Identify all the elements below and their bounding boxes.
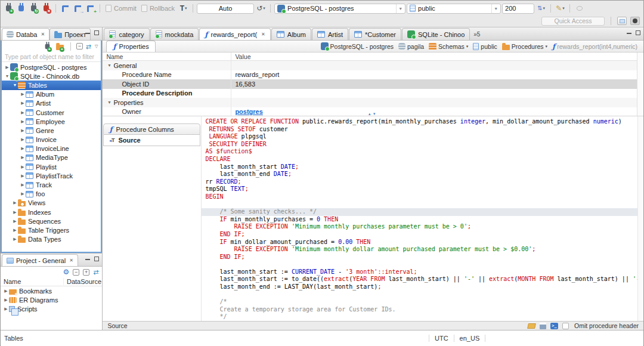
tree-item-employee[interactable]: ▶Employee (2, 117, 101, 126)
property-row-general[interactable]: ▼General (103, 61, 643, 70)
collapse-all-icon[interactable]: − (73, 269, 79, 276)
tab-procedure-columns[interactable]: ƒ Procedure Columns (103, 123, 200, 135)
tree-item-foo[interactable]: ▶foo (2, 190, 101, 199)
collapse-all-icon[interactable]: − (76, 43, 83, 50)
chevron-right-icon[interactable]: ▶ (12, 200, 18, 205)
disconnect-icon[interactable]: ✕ (41, 3, 52, 14)
chevron-right-icon[interactable]: ▶ (20, 110, 26, 115)
commit-button[interactable]: Commit (104, 5, 138, 12)
column-header-name[interactable]: Name (1, 278, 64, 285)
chevron-right-icon[interactable]: ▶ (20, 119, 26, 124)
tree-item-artist[interactable]: ▶Artist (2, 99, 101, 108)
chevron-down-icon[interactable]: ▾ (546, 44, 548, 49)
nav-new-folder-icon[interactable]: + (55, 41, 65, 52)
grid-header-value[interactable]: Value (231, 53, 250, 60)
close-icon[interactable]: ✕ (41, 32, 45, 37)
maximize-icon[interactable] (94, 30, 99, 35)
connection-select[interactable]: PostgreSQL - postgres▼ (274, 4, 405, 14)
tree-item-sqlite-chinook-db[interactable]: ▼SQLite - Chinook.db (2, 72, 101, 81)
open-perspective-icon[interactable] (617, 17, 627, 25)
editor-tab-rewards-report[interactable]: ƒrewards_report(✕ (199, 28, 271, 40)
save-to-file-icon[interactable] (540, 323, 546, 329)
minimize-icon[interactable] (627, 32, 631, 34)
maximize-icon[interactable] (636, 30, 640, 35)
tree-item-sequences[interactable]: ▶Sequences (2, 217, 101, 225)
status-timezone[interactable]: UTC (429, 335, 454, 342)
close-icon[interactable]: ✕ (69, 258, 73, 263)
chevron-right-icon[interactable]: ▶ (3, 307, 9, 311)
chevron-right-icon[interactable]: ▶ (3, 298, 9, 302)
link-with-editor-icon[interactable]: ⇄ (86, 43, 91, 50)
tree-item-mediatype[interactable]: ▶MediaType (2, 153, 101, 162)
chevron-down-icon[interactable]: ▾ (466, 44, 469, 49)
tab-source[interactable]: ◂T Source (103, 135, 200, 146)
editor-tab-artist[interactable]: Artist (312, 28, 348, 40)
transaction-log-icon[interactable]: T▾ (178, 3, 189, 14)
editor-tab-sqlite-chinoo[interactable]: SQLite - Chinoo (402, 28, 470, 40)
breadcrumb-item-rewards-report-int4-numeric[interactable]: ƒrewards_report(int4,numeric) (552, 43, 637, 50)
breadcrumb-item-public[interactable]: public (473, 43, 497, 50)
expand-all-icon[interactable]: + (83, 269, 89, 276)
property-row-procedure-description[interactable]: Procedure Description (103, 89, 643, 98)
property-row-object-id[interactable]: Object ID16,583 (103, 79, 643, 89)
maximize-icon[interactable] (94, 257, 99, 261)
nav-new-connection-icon[interactable]: + (43, 41, 52, 52)
sash-collapse-icon[interactable]: ▲▼ (368, 112, 377, 116)
fetch-size-input[interactable]: 200 (502, 4, 534, 14)
tab-project-general[interactable]: Project - General ✕ (2, 254, 78, 266)
chevron-right-icon[interactable]: ▶ (12, 210, 18, 215)
column-header-datasource[interactable]: DataSource (64, 278, 101, 285)
grid-header-name[interactable]: Name (103, 52, 231, 60)
tree-item-indexes[interactable]: ▶Indexes (2, 208, 101, 217)
breadcrumb-item-schemas[interactable]: Schemas▾ (429, 43, 468, 50)
tree-item-invoiceline[interactable]: ▶InvoiceLine (2, 144, 101, 153)
format-icon[interactable]: ✎▾ (555, 3, 566, 14)
omit-procedure-header-checkbox[interactable] (562, 323, 569, 329)
schema-select[interactable]: public▼ (407, 4, 501, 14)
tree-item-data-types[interactable]: ▶Data Types (2, 235, 101, 244)
chevron-down-icon[interactable]: ▼ (106, 100, 112, 104)
tree-item-tables[interactable]: ▼Tables (2, 81, 101, 89)
tree-item-genre[interactable]: ▶Genre (2, 126, 101, 135)
minimize-icon[interactable] (85, 32, 90, 34)
source-code-editor[interactable]: CREATE OR REPLACE FUNCTION public.reward… (201, 116, 643, 321)
tree-item-table-triggers[interactable]: ▶Table Triggers (2, 225, 101, 234)
view-menu-icon[interactable]: ▽ (95, 44, 98, 49)
chevron-right-icon[interactable]: ▶ (12, 219, 18, 224)
chevron-down-icon[interactable]: ▼ (4, 74, 10, 78)
chevron-down-icon[interactable]: ▼ (106, 63, 112, 67)
editor-tab-category[interactable]: category (104, 28, 149, 40)
project-item-scripts[interactable]: ▶Scripts (1, 304, 102, 313)
chevron-right-icon[interactable]: ▶ (20, 174, 26, 178)
chevron-right-icon[interactable]: ▶ (20, 92, 26, 97)
project-item-er-diagrams[interactable]: ▶ER Diagrams (1, 295, 102, 304)
gear-icon[interactable]: ⚙ (63, 268, 69, 276)
breadcrumb-item-postgresql-postgres[interactable]: PostgreSQL - postgres (321, 42, 394, 50)
transaction-history-icon[interactable]: ↺▾ (255, 3, 267, 14)
chevron-right-icon[interactable]: ▶ (20, 128, 26, 133)
property-row-procedure-name[interactable]: Procedure Namerewards_report (103, 70, 643, 80)
editor-tab-album[interactable]: Album (271, 28, 311, 40)
object-filter-input[interactable] (2, 52, 101, 62)
connect-icon[interactable] (16, 3, 27, 14)
tree-item-album[interactable]: ▶Album (2, 90, 101, 99)
chevron-right-icon[interactable]: ▶ (3, 289, 9, 294)
tree-item-customer[interactable]: ▶Customer (2, 108, 101, 117)
dbeaver-perspective-icon[interactable] (630, 17, 640, 25)
status-locale[interactable]: en_US (454, 335, 486, 342)
new-connection-icon[interactable]: + (3, 3, 14, 14)
chevron-right-icon[interactable]: ▶ (20, 137, 26, 142)
editor-tab-mockdata[interactable]: mockdata (150, 28, 199, 40)
rollback-button[interactable]: Rollback (140, 5, 177, 12)
tree-item-views[interactable]: ▶Views (2, 199, 101, 208)
close-icon[interactable]: ✕ (261, 32, 265, 37)
chevron-right-icon[interactable]: ▶ (12, 237, 18, 242)
chevron-right-icon[interactable]: ▶ (20, 165, 26, 169)
open-console-icon[interactable]: >_ (550, 323, 558, 329)
source-scrollbar[interactable] (637, 116, 643, 321)
breadcrumb-item-procedures[interactable]: Procedures▾ (502, 43, 547, 50)
tab-project-explorer[interactable]: Проект (49, 28, 91, 40)
sql-editor-icon[interactable] (60, 3, 71, 14)
tree-item-playlisttrack[interactable]: ▶PlaylistTrack (2, 171, 101, 180)
reconnect-icon[interactable]: ↻ (28, 3, 39, 14)
